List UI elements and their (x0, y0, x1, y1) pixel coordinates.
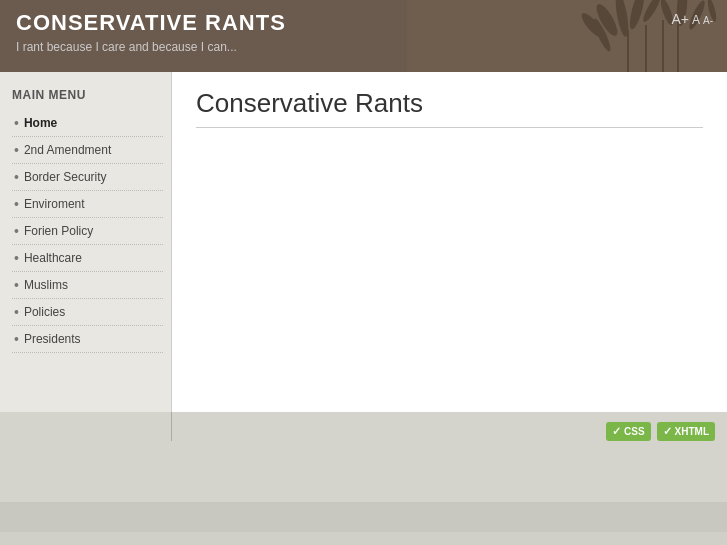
sidebar-item-muslims[interactable]: Muslims (12, 272, 163, 299)
bottom-sidebar-divider (171, 412, 172, 441)
sidebar-item-forien-policy[interactable]: Forien Policy (12, 218, 163, 245)
main-content: Conservative Rants (172, 72, 727, 412)
sidebar-item-presidents-link[interactable]: Presidents (24, 332, 81, 346)
sidebar-item-enviroment-link[interactable]: Enviroment (24, 197, 85, 211)
sidebar-item-forien-policy-link[interactable]: Forien Policy (24, 224, 93, 238)
css-check-icon: ✓ (612, 425, 621, 438)
sidebar-item-healthcare-link[interactable]: Healthcare (24, 251, 82, 265)
sidebar-item-enviroment[interactable]: Enviroment (12, 191, 163, 218)
site-title: CONSERVATIVE RANTS (16, 10, 286, 36)
svg-rect-10 (645, 25, 647, 72)
xhtml-valid-badge[interactable]: ✓ XHTML (657, 422, 715, 441)
sidebar-item-2nd-amendment[interactable]: 2nd Amendment (12, 137, 163, 164)
xhtml-badge-label: XHTML (675, 426, 709, 437)
sidebar-item-healthcare[interactable]: Healthcare (12, 245, 163, 272)
sidebar: MAIN MENU Home 2nd Amendment Border Secu… (0, 72, 172, 412)
css-badge-label: CSS (624, 426, 645, 437)
bottom-sidebar-area (0, 412, 172, 441)
sidebar-item-home[interactable]: Home (12, 110, 163, 137)
site-tagline: I rant because I care and because I can.… (16, 40, 286, 54)
font-normal-button[interactable]: A (692, 14, 700, 26)
svg-rect-11 (662, 20, 664, 72)
font-larger-button[interactable]: A+ (671, 12, 689, 26)
css-valid-badge[interactable]: ✓ CSS (606, 422, 651, 441)
sidebar-menu-title: MAIN MENU (12, 88, 163, 102)
bottom-layout: ✓ CSS ✓ XHTML (0, 412, 727, 441)
site-header: CONSERVATIVE RANTS I rant because I care… (0, 0, 727, 72)
svg-rect-9 (627, 30, 629, 72)
bottom-main-area: ✓ CSS ✓ XHTML (172, 412, 727, 441)
font-controls: A+ A A- (671, 12, 713, 26)
sidebar-nav: Home 2nd Amendment Border Security Envir… (12, 110, 163, 353)
svg-rect-12 (677, 22, 679, 72)
sidebar-item-2nd-amendment-link[interactable]: 2nd Amendment (24, 143, 111, 157)
sidebar-item-muslims-link[interactable]: Muslims (24, 278, 68, 292)
bottom-area: ✓ CSS ✓ XHTML (0, 412, 727, 502)
content-wrapper: MAIN MENU Home 2nd Amendment Border Secu… (0, 72, 727, 412)
page-title: Conservative Rants (196, 88, 703, 128)
xhtml-check-icon: ✓ (663, 425, 672, 438)
sidebar-item-policies[interactable]: Policies (12, 299, 163, 326)
sidebar-item-border-security[interactable]: Border Security (12, 164, 163, 191)
font-smaller-button[interactable]: A- (703, 16, 713, 26)
sidebar-item-home-link[interactable]: Home (24, 116, 57, 130)
sidebar-menu-list: Home 2nd Amendment Border Security Envir… (12, 110, 163, 353)
sidebar-item-policies-link[interactable]: Policies (24, 305, 65, 319)
sidebar-item-presidents[interactable]: Presidents (12, 326, 163, 353)
footer-area (0, 502, 727, 532)
header-text-block: CONSERVATIVE RANTS I rant because I care… (16, 10, 286, 54)
sidebar-item-border-security-link[interactable]: Border Security (24, 170, 107, 184)
